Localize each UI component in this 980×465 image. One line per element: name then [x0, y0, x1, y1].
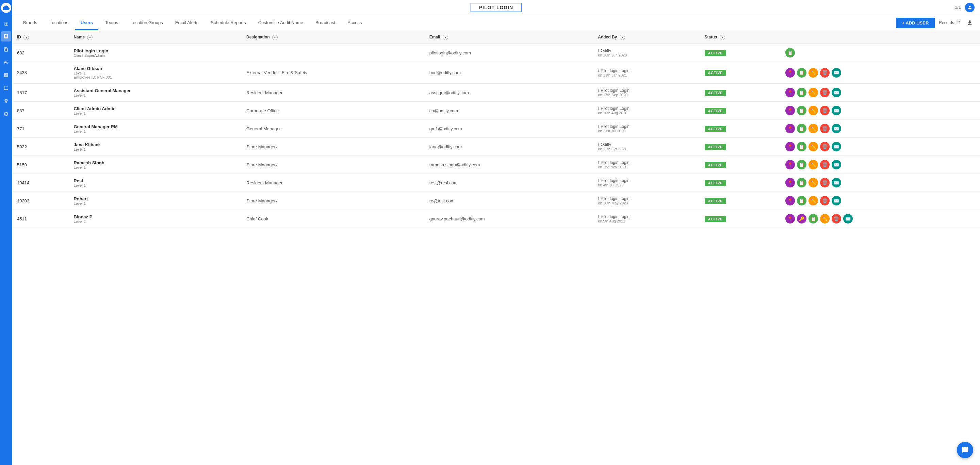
- edit-button[interactable]: ✏️: [808, 196, 818, 205]
- location-pin-button[interactable]: 📍: [785, 68, 795, 78]
- delete-button[interactable]: 🗑️: [820, 106, 830, 115]
- tab-broadcast[interactable]: Broadcast: [310, 16, 341, 30]
- copy-button[interactable]: 📋: [797, 142, 807, 151]
- tab-email-alerts[interactable]: Email Alerts: [170, 16, 204, 30]
- status-badge: ACTIVE: [705, 198, 726, 204]
- user-avatar[interactable]: [965, 3, 975, 12]
- settings-gear-icon[interactable]: [1, 109, 11, 119]
- location-pin-button[interactable]: 📍: [785, 160, 795, 170]
- copy-button[interactable]: 📋: [797, 178, 807, 187]
- delete-button[interactable]: 🗑️: [820, 88, 830, 97]
- edit-button[interactable]: ✏️: [808, 178, 818, 187]
- copy-button[interactable]: 📋: [797, 106, 807, 115]
- location-pin-button[interactable]: 📍: [785, 178, 795, 187]
- added-by-sort-button[interactable]: ▼: [620, 35, 625, 40]
- email-button[interactable]: ✉️: [832, 88, 841, 97]
- cell-status: ACTIVE: [700, 192, 781, 210]
- tab-location-groups[interactable]: Location Groups: [125, 16, 168, 30]
- cell-id: 837: [12, 102, 69, 120]
- status-badge: ACTIVE: [705, 162, 726, 168]
- tab-schedule-reports[interactable]: Schedule Reports: [205, 16, 251, 30]
- delete-button[interactable]: 🗑️: [820, 68, 830, 78]
- delete-button[interactable]: 🗑️: [832, 214, 841, 224]
- email-button[interactable]: ✉️: [832, 124, 841, 133]
- document-icon[interactable]: [1, 44, 11, 54]
- copy-button[interactable]: 📋: [797, 124, 807, 133]
- email-button[interactable]: ✉️: [832, 106, 841, 115]
- tab-locations[interactable]: Locations: [44, 16, 74, 30]
- edit-button[interactable]: ✏️: [820, 214, 830, 224]
- location-pin-button[interactable]: 📍: [785, 142, 795, 151]
- cell-status: ACTIVE: [700, 138, 781, 156]
- grid-icon[interactable]: ⊞: [1, 18, 11, 29]
- email-button[interactable]: ✉️: [832, 178, 841, 187]
- tab-teams[interactable]: Teams: [100, 16, 124, 30]
- edit-button[interactable]: ✏️: [808, 106, 818, 115]
- email-sort-button[interactable]: ▼: [443, 35, 448, 40]
- inbox-icon[interactable]: [1, 83, 11, 93]
- email-button[interactable]: ✉️: [832, 160, 841, 170]
- cell-designation: Resident Manager: [242, 174, 425, 192]
- cell-added-by: ℹ Pilot login Login on 17th Sep 2020: [593, 84, 700, 102]
- copy-button[interactable]: 📋: [797, 68, 807, 78]
- edit-button[interactable]: ✏️: [808, 160, 818, 170]
- status-badge: ACTIVE: [705, 180, 726, 186]
- chart-icon[interactable]: [1, 70, 11, 80]
- location-pin-button[interactable]: 📍: [785, 196, 795, 205]
- app-logo[interactable]: [1, 3, 11, 13]
- cell-added-by: ℹ Pilot login Login on 10th Aug 2020: [593, 102, 700, 120]
- megaphone-icon[interactable]: [1, 57, 11, 67]
- app-title: PILOT LOGIN: [471, 3, 522, 12]
- id-sort-button[interactable]: ▼: [24, 35, 29, 40]
- tab-access[interactable]: Access: [342, 16, 367, 30]
- key-button[interactable]: 🔑: [797, 214, 807, 224]
- copy-button[interactable]: 📋: [808, 214, 818, 224]
- cell-added-by: ℹ Pilot login Login on 4th Jul 2023: [593, 174, 700, 192]
- cell-added-by: ℹ Oditly on 12th Oct 2021: [593, 138, 700, 156]
- info-icon: ℹ: [598, 68, 599, 73]
- delete-button[interactable]: 🗑️: [820, 142, 830, 151]
- copy-button[interactable]: 📋: [797, 196, 807, 205]
- cell-actions: 📍📋✏️🗑️✉️: [781, 174, 980, 192]
- cell-email: resi@resi.com: [425, 174, 593, 192]
- delete-button[interactable]: 🗑️: [820, 196, 830, 205]
- cell-actions: 📍📋✏️🗑️✉️: [781, 62, 980, 84]
- location-marker-icon[interactable]: [1, 96, 11, 106]
- copy-button[interactable]: 📋: [797, 88, 807, 97]
- add-user-button[interactable]: + ADD USER: [896, 18, 935, 28]
- email-button[interactable]: ✉️: [832, 196, 841, 205]
- location-pin-button[interactable]: 📍: [785, 124, 795, 133]
- edit-button[interactable]: ✏️: [808, 68, 818, 78]
- name-sort-button[interactable]: ▼: [87, 35, 92, 40]
- edit-button[interactable]: ✏️: [808, 142, 818, 151]
- email-button[interactable]: ✉️: [843, 214, 853, 224]
- tab-customise-audit-name[interactable]: Customise Audit Name: [253, 16, 309, 30]
- location-pin-button[interactable]: 📍: [785, 106, 795, 115]
- clipboard-icon[interactable]: [1, 31, 11, 41]
- tab-users[interactable]: Users: [75, 16, 98, 30]
- email-button[interactable]: ✉️: [832, 68, 841, 78]
- download-icon[interactable]: [965, 18, 975, 27]
- location-pin-button[interactable]: 📍: [785, 88, 795, 97]
- cell-id: 2438: [12, 62, 69, 84]
- tab-brands[interactable]: Brands: [18, 16, 43, 30]
- cell-status: ACTIVE: [700, 156, 781, 174]
- topbar: PILOT LOGIN 1/1: [12, 0, 980, 15]
- delete-button[interactable]: 🗑️: [820, 124, 830, 133]
- cell-designation: Corporate Office: [242, 102, 425, 120]
- delete-button[interactable]: 🗑️: [820, 178, 830, 187]
- edit-button[interactable]: ✏️: [808, 124, 818, 133]
- edit-button[interactable]: ✏️: [808, 88, 818, 97]
- info-icon: ℹ: [598, 197, 599, 201]
- cell-designation: Store Manager\: [242, 138, 425, 156]
- location-pin-button[interactable]: 📍: [785, 214, 795, 224]
- copy-button[interactable]: 📋: [797, 160, 807, 170]
- table-row: 837Client Admin AdminLevel 1Corporate Of…: [12, 102, 980, 120]
- designation-sort-button[interactable]: ▼: [272, 35, 278, 40]
- cell-status: ACTIVE: [700, 44, 781, 62]
- chat-button[interactable]: [957, 442, 973, 458]
- email-button[interactable]: ✉️: [832, 142, 841, 151]
- copy-button[interactable]: 📋: [785, 48, 795, 57]
- delete-button[interactable]: 🗑️: [820, 160, 830, 170]
- status-sort-button[interactable]: ▼: [720, 35, 725, 40]
